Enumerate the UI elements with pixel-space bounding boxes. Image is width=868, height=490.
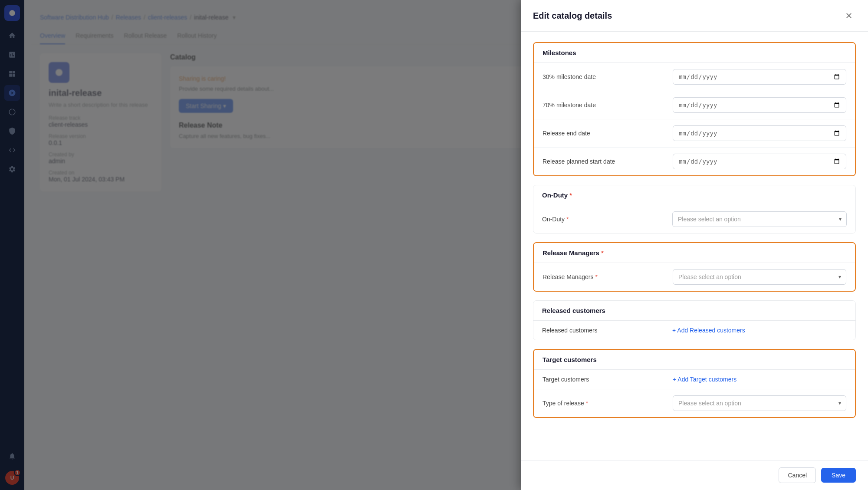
release-managers-label: Release Managers * (542, 273, 673, 280)
type-of-release-select[interactable]: Please select an option (673, 395, 846, 411)
release-end-date-row: Release end date (534, 119, 855, 148)
on-duty-section: On-Duty * On-Duty * Please select an opt… (533, 185, 856, 233)
released-customers-label: Released customers (542, 327, 672, 334)
modal-close-button[interactable] (842, 9, 856, 23)
released-customers-row: Released customers + Add Released custom… (533, 321, 855, 340)
add-released-customers-link[interactable]: + Add Released customers (672, 327, 847, 334)
target-customers-add: + Add Target customers (673, 376, 846, 383)
milestone-70-input-wrapper (673, 97, 846, 113)
target-customers-section: Target customers Target customers + Add … (533, 349, 856, 418)
add-target-customers-link[interactable]: + Add Target customers (673, 376, 846, 383)
modal-title: Edit catalog details (533, 11, 612, 21)
release-managers-row: Release Managers * Please select an opti… (534, 263, 855, 291)
milestone-70-date-input[interactable] (673, 97, 846, 113)
released-customers-add: + Add Released customers (672, 327, 847, 334)
release-start-date-label: Release planned start date (542, 158, 673, 165)
on-duty-select[interactable]: Please select an option (672, 211, 847, 227)
on-duty-section-header: On-Duty * (533, 185, 855, 205)
release-end-date-input-wrapper (673, 125, 846, 141)
milestone-30-label: 30% milestone date (542, 73, 673, 80)
type-of-release-row: Type of release * Please select an optio… (534, 389, 855, 417)
milestone-30-input-wrapper (673, 69, 846, 85)
milestone-30-date-input[interactable] (673, 69, 846, 85)
milestones-section: Milestones 30% milestone date 70% milest… (533, 42, 856, 176)
release-end-date-input[interactable] (673, 125, 846, 141)
modal-header: Edit catalog details (521, 0, 868, 32)
milestone-70-label: 70% milestone date (542, 102, 673, 109)
release-start-date-input[interactable] (673, 154, 846, 169)
save-button[interactable]: Save (821, 468, 856, 483)
release-managers-select-wrapper: Please select an option (673, 269, 846, 285)
release-managers-section-header: Release Managers * (534, 243, 855, 263)
target-customers-section-header: Target customers (534, 350, 855, 370)
type-of-release-select-wrapper: Please select an option (673, 395, 846, 411)
released-customers-section: Released customers Released customers + … (533, 300, 856, 340)
modal-body: Milestones 30% milestone date 70% milest… (521, 32, 868, 460)
modal-panel: Edit catalog details Milestones 30% mile… (521, 0, 868, 490)
milestones-section-header: Milestones (534, 43, 855, 63)
milestone-70-row: 70% milestone date (534, 91, 855, 119)
release-end-date-label: Release end date (542, 130, 673, 137)
on-duty-label: On-Duty * (542, 216, 672, 223)
release-managers-section: Release Managers * Release Managers * Pl… (533, 242, 856, 292)
on-duty-select-wrapper: Please select an option (672, 211, 847, 227)
released-customers-section-header: Released customers (533, 301, 855, 321)
release-managers-select[interactable]: Please select an option (673, 269, 846, 285)
target-customers-row: Target customers + Add Target customers (534, 370, 855, 389)
cancel-button[interactable]: Cancel (779, 467, 816, 483)
release-start-date-input-wrapper (673, 154, 846, 169)
modal-footer: Cancel Save (521, 460, 868, 490)
milestone-30-row: 30% milestone date (534, 63, 855, 91)
target-customers-label: Target customers (542, 376, 673, 383)
release-start-date-row: Release planned start date (534, 148, 855, 175)
type-of-release-label: Type of release * (542, 400, 673, 407)
on-duty-row: On-Duty * Please select an option (533, 205, 855, 233)
